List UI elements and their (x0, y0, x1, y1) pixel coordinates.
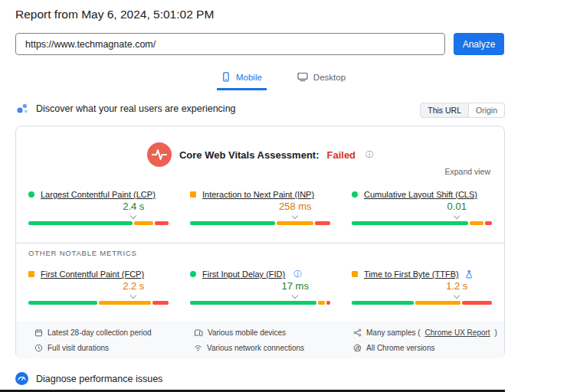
cls-p75-marker (454, 213, 460, 219)
diagnose-section-header: Diagnose performance issues (15, 372, 162, 385)
cls-distribution-bar (352, 221, 492, 225)
cls-value: 0.01 (447, 201, 467, 212)
field-data-header: Discover what your real users are experi… (15, 102, 236, 116)
scope-toggle: This URL Origin (420, 103, 505, 118)
fid-p75-marker (292, 292, 298, 299)
fid-value: 17 ms (282, 280, 309, 292)
wifi-icon (194, 344, 202, 352)
field-section-heading: Discover what your real users are experi… (36, 103, 236, 114)
clock-icon (34, 344, 43, 352)
diagnose-gauge-icon (15, 372, 28, 385)
smartphone-icon (221, 72, 231, 82)
metric-link-fcp[interactable]: First Contentful Paint (FCP) (41, 270, 144, 279)
fcp-p75-marker (130, 292, 136, 299)
fid-rating-dot (190, 271, 196, 277)
assessment-status: Failed (326, 149, 356, 161)
lcp-value: 2.4 s (123, 201, 144, 212)
tab-desktop-label: Desktop (313, 73, 346, 82)
metric-fcp: First Contentful Paint (FCP) 2.2 s (28, 269, 169, 305)
tab-mobile-label: Mobile (236, 73, 262, 82)
calendar-icon (34, 328, 43, 337)
footer-item-chrome-versions: All Chrome versions (353, 341, 504, 354)
metric-cls: Cumulative Layout Shift (CLS) 0.01 (352, 189, 492, 225)
fid-distribution-bar (190, 301, 330, 305)
inp-value: 258 ms (279, 201, 312, 212)
footer-item-visit-durations: Full visit durations (34, 341, 194, 354)
ttfb-distribution-bar (352, 301, 492, 305)
url-input[interactable] (15, 33, 445, 55)
metric-link-cls[interactable]: Cumulative Layout Shift (CLS) (364, 190, 477, 199)
cwv-assessment-header: Core Web Vitals Assessment: Failed ⓘ (16, 142, 504, 167)
report-title: Report from May 6, 2024, 5:01:02 PM (15, 8, 214, 21)
footer-item-samples: Many samples (Chrome UX Report) (353, 326, 504, 339)
core-web-vitals-card: Core Web Vitals Assessment: Failed ⓘ Exp… (15, 126, 505, 358)
ttfb-rating-dot (352, 271, 358, 277)
devices-icon (194, 328, 203, 337)
ttfb-p75-marker (454, 292, 460, 299)
fcp-distribution-bar (28, 301, 169, 305)
footer-item-network: Various network connections (194, 341, 353, 354)
diagnose-heading: Diagnose performance issues (36, 374, 162, 384)
cls-rating-dot (352, 191, 358, 198)
metric-link-inp[interactable]: Interaction to Next Paint (INP) (202, 190, 314, 199)
assessment-label: Core Web Vitals Assessment: (179, 149, 320, 161)
experiment-flask-icon (465, 270, 473, 279)
fcp-rating-dot (28, 271, 34, 277)
core-vitals-row: Largest Contentful Paint (LCP) 2.4 s Int… (28, 189, 492, 225)
other-metrics-label: OTHER NOTABLE METRICS (28, 249, 137, 257)
metric-link-ttfb[interactable]: Time to First Byte (TTFB) (364, 270, 459, 279)
lcp-p75-marker (130, 213, 136, 219)
footer-item-devices: Various mobile devices (194, 326, 353, 339)
fcp-value: 2.2 s (123, 280, 144, 292)
inp-p75-marker (292, 213, 298, 219)
card-divider (16, 243, 504, 243)
samples-icon (353, 328, 362, 337)
lcp-distribution-bar (28, 221, 169, 225)
device-tabs: Mobile Desktop (0, 69, 567, 90)
metric-ttfb: Time to First Byte (TTFB) 1.2 s (352, 269, 492, 305)
metric-link-lcp[interactable]: Largest Contentful Paint (LCP) (41, 190, 156, 199)
chrome-icon (353, 344, 362, 352)
crux-report-link[interactable]: Chrome UX Report (425, 328, 490, 337)
assessment-info-icon[interactable]: ⓘ (365, 149, 373, 160)
field-data-icon (15, 102, 29, 116)
footer-item-collection-period: Latest 28-day collection period (34, 326, 194, 339)
fid-info-icon[interactable]: ⓘ (293, 269, 301, 279)
desktop-icon (297, 72, 308, 82)
ttfb-value: 1.2 s (446, 280, 467, 292)
metric-link-fid[interactable]: First Input Delay (FID) (202, 270, 285, 279)
tab-mobile[interactable]: Mobile (217, 69, 267, 90)
inp-rating-dot (190, 191, 196, 198)
lcp-rating-dot (28, 191, 34, 198)
metric-lcp: Largest Contentful Paint (LCP) 2.4 s (28, 189, 169, 225)
scope-this-url-button[interactable]: This URL (420, 103, 469, 118)
tab-desktop[interactable]: Desktop (293, 69, 350, 90)
analyze-button[interactable]: Analyze (454, 33, 504, 55)
metric-inp: Interaction to Next Paint (INP) 258 ms (190, 189, 330, 225)
other-metrics-row: First Contentful Paint (FCP) 2.2 s First… (28, 269, 492, 305)
cwv-pulse-icon (147, 142, 172, 167)
pagespeed-report-page: Report from May 6, 2024, 5:01:02 PM Anal… (0, 0, 567, 392)
expand-view-link[interactable]: Expand view (444, 167, 490, 176)
inp-distribution-bar (190, 221, 330, 225)
metric-fid: First Input Delay (FID) ⓘ 17 ms (190, 269, 330, 305)
collection-info-footer: Latest 28-day collection period Various … (16, 321, 504, 358)
scope-origin-button[interactable]: Origin (469, 103, 505, 118)
